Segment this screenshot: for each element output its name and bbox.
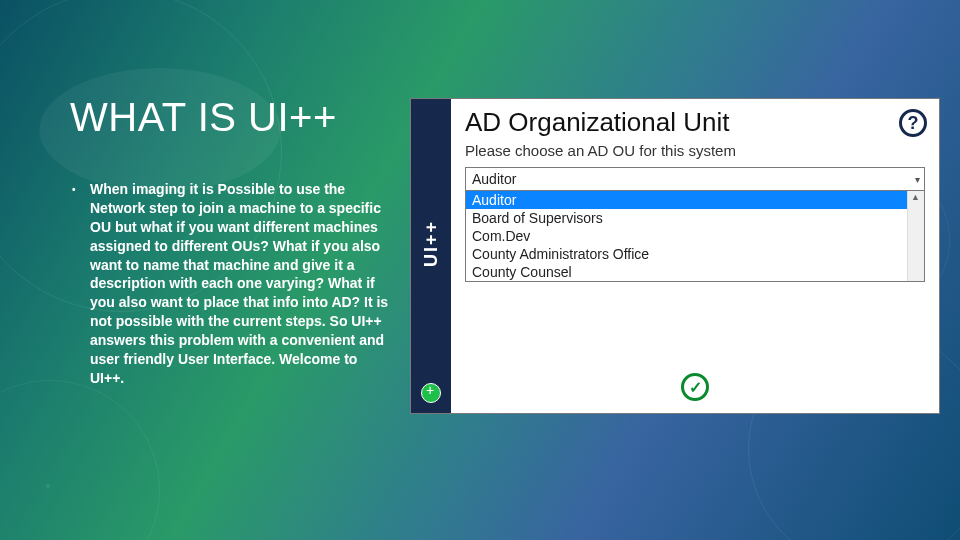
sidebar-brand-label: UI++ (421, 103, 442, 383)
bullet-item: • When imaging it is Possible to use the… (90, 180, 390, 388)
ou-combobox[interactable]: Auditor ▾ (465, 167, 925, 191)
slide: WHAT IS UI++ • When imaging it is Possib… (0, 0, 960, 540)
slide-title: WHAT IS UI++ (70, 95, 337, 140)
ou-listbox[interactable]: Auditor Board of Supervisors Com.Dev Cou… (465, 191, 925, 282)
ad-ou-dialog: UI++ AD Organizational Unit ? Please cho… (410, 98, 940, 414)
dialog-body: AD Organizational Unit ? Please choose a… (451, 99, 939, 413)
ou-option[interactable]: County Administrators Office (466, 245, 924, 263)
dialog-subtitle: Please choose an AD OU for this system (465, 142, 925, 159)
decorative-circle (0, 380, 160, 540)
confirm-button[interactable]: ✓ (681, 373, 709, 401)
dialog-sidebar: UI++ (411, 99, 451, 413)
help-button[interactable]: ? (899, 109, 927, 137)
listbox-scrollbar[interactable] (907, 191, 924, 281)
bullet-dot-icon: • (72, 183, 76, 197)
combobox-value: Auditor (472, 171, 516, 187)
sidebar-badge-icon (421, 383, 441, 403)
check-icon: ✓ (689, 378, 702, 397)
ou-option[interactable]: County Counsel (466, 263, 924, 281)
ou-option[interactable]: Board of Supervisors (466, 209, 924, 227)
ou-option[interactable]: Com.Dev (466, 227, 924, 245)
help-icon: ? (908, 113, 919, 134)
chevron-down-icon: ▾ (915, 174, 920, 185)
dialog-title: AD Organizational Unit (465, 107, 925, 138)
bullet-text: When imaging it is Possible to use the N… (90, 181, 388, 386)
ou-option[interactable]: Auditor (466, 191, 924, 209)
